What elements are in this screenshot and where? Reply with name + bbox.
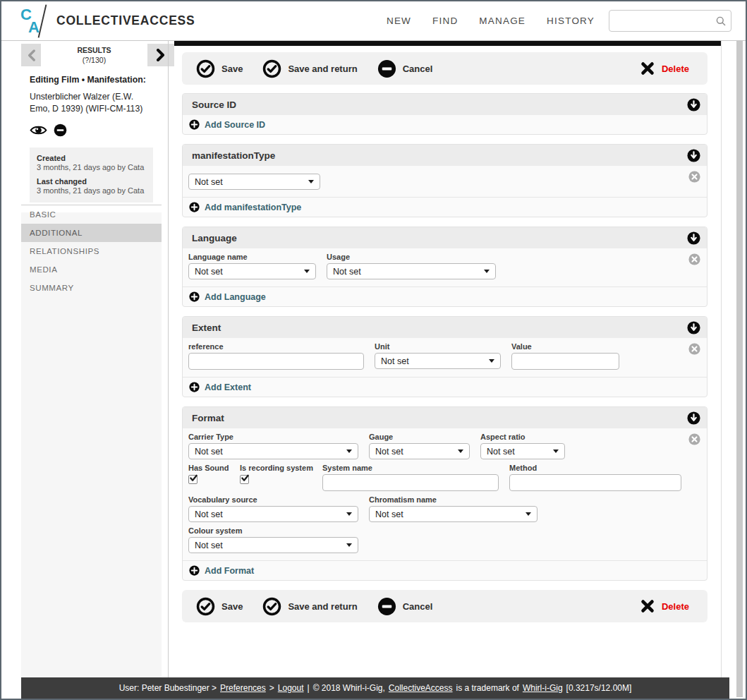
system-name-field: System name [322,464,499,491]
add-format-button[interactable]: Add Format [183,561,707,580]
add-language-button[interactable]: Add Language [183,287,707,306]
results-count: (?/130) [83,56,106,64]
caret-down-icon [346,449,352,453]
language-row: Language name Not set Usage Not set [183,248,707,287]
carrier-type-select[interactable]: Not set [188,443,358,459]
collectiveaccess-logo[interactable]: C A COLLECTIVEACCESS [20,4,195,38]
collapse-arrow-icon[interactable] [687,321,700,334]
save-return-check-circle-icon [262,597,281,616]
app-header: C A COLLECTIVEACCESS NEW FIND MANAGE HIS… [1,1,746,41]
aspect-ratio-label: Aspect ratio [480,433,565,441]
collectiveaccess-link[interactable]: CollectiveAccess [389,683,453,693]
tab-basic[interactable]: BASIC [21,205,162,224]
last-changed-value: 3 months, 21 days ago by Cata [37,186,146,195]
section-manifestation-type-header: manifestationType [183,145,707,166]
sidebar-divider [168,41,169,677]
unit-select[interactable]: Not set [375,353,501,369]
preferences-link[interactable]: Preferences [220,683,266,693]
save-button[interactable]: Save [196,59,243,78]
section-title: Source ID [192,99,687,110]
caret-down-icon [458,449,463,453]
nav-item-find[interactable]: FIND [432,16,458,26]
colour-system-select[interactable]: Not set [188,537,358,553]
logout-link[interactable]: Logout [278,683,304,693]
nav-item-manage[interactable]: MANAGE [479,16,526,26]
vertical-scrollbar[interactable] [736,41,743,697]
remove-row-icon[interactable] [688,433,700,445]
vocabulary-source-select[interactable]: Not set [188,506,358,522]
section-title: Format [192,413,687,423]
collapse-arrow-icon[interactable] [687,149,700,162]
save-and-return-button[interactable]: Save and return [262,59,357,78]
is-recording-system-checkbox[interactable] [240,475,249,484]
cancel-label: Cancel [403,64,433,74]
remove-row-icon[interactable] [688,253,700,265]
access-minus-icon[interactable] [54,123,67,137]
watch-eye-icon[interactable] [30,124,47,136]
save-check-circle-icon [196,59,215,78]
cancel-minus-circle-icon [377,597,396,616]
search-input[interactable] [609,10,731,32]
top-nav: NEW FIND MANAGE HISTORY [387,16,595,26]
cancel-button[interactable]: Cancel [377,597,433,616]
reference-field: reference [188,342,364,370]
select-value: Not set [381,356,409,366]
collapse-arrow-icon[interactable] [687,231,700,245]
tab-relationships[interactable]: RELATIONSHIPS [21,242,162,260]
nav-item-new[interactable]: NEW [387,16,411,26]
add-format-label: Add Format [205,566,254,576]
editor-toolbar-top: Save Save and return Cancel Delete [182,52,707,85]
manifestation-type-select[interactable]: Not set [188,174,320,190]
cancel-label: Cancel [403,601,433,612]
system-name-input[interactable] [322,474,499,491]
collapse-arrow-icon[interactable] [687,98,700,111]
delete-button[interactable]: Delete [640,61,689,76]
language-name-select[interactable]: Not set [188,263,316,279]
next-result-button[interactable] [147,44,174,66]
save-and-return-button[interactable]: Save and return [262,597,357,616]
section-extent-header: Extent [183,317,707,338]
editor-main: Save Save and return Cancel Delete [174,41,721,677]
caret-down-icon [346,543,352,547]
save-and-return-label: Save and return [288,601,357,612]
save-check-circle-icon [196,597,215,616]
search-box [609,10,731,32]
scrollbar-thumb[interactable] [736,41,743,697]
cancel-button[interactable]: Cancel [377,59,433,78]
previous-result-button[interactable] [21,44,41,66]
add-source-id-button[interactable]: Add Source ID [183,115,707,134]
method-input[interactable] [509,474,681,491]
chromatism-name-select[interactable]: Not set [369,506,538,522]
footer-perf-text: [0.3217s/12.00M] [566,683,632,693]
logo-text: COLLECTIVEACCESS [56,13,195,28]
remove-row-icon[interactable] [688,171,700,183]
section-language: Language Language name Not set [182,227,707,307]
reference-input[interactable] [188,353,364,370]
gauge-select[interactable]: Not set [369,443,470,459]
record-title: Unsterblicher Walzer (E.W. Emo, D 1939) … [30,91,153,114]
add-manifestation-type-button[interactable]: Add manifestationType [183,198,707,217]
collapse-arrow-icon[interactable] [687,411,700,425]
tab-summary[interactable]: SUMMARY [21,279,162,297]
delete-button[interactable]: Delete [640,598,689,614]
usage-select[interactable]: Not set [327,263,496,279]
select-value: Not set [375,509,403,519]
unit-field: Unit Not set [375,342,501,369]
save-button[interactable]: Save [196,597,243,616]
search-icon[interactable] [715,16,727,30]
reference-label: reference [188,342,364,351]
caret-down-icon [346,512,352,516]
value-input[interactable] [511,353,619,370]
nav-item-history[interactable]: HISTORY [547,16,595,26]
tab-additional[interactable]: ADDITIONAL [21,224,162,242]
tab-media[interactable]: MEDIA [21,260,162,279]
has-sound-checkbox[interactable] [188,475,198,484]
add-extent-button[interactable]: Add Extent [183,378,707,397]
remove-row-icon[interactable] [688,343,700,355]
aspect-ratio-select[interactable]: Not set [480,443,565,459]
section-title: manifestationType [192,150,687,161]
results-pager: RESULTS (?/130) [21,44,174,66]
whirligig-link[interactable]: Whirl-i-Gig [523,683,563,693]
checkmark-icon [189,473,198,483]
select-value: Not set [375,447,403,457]
